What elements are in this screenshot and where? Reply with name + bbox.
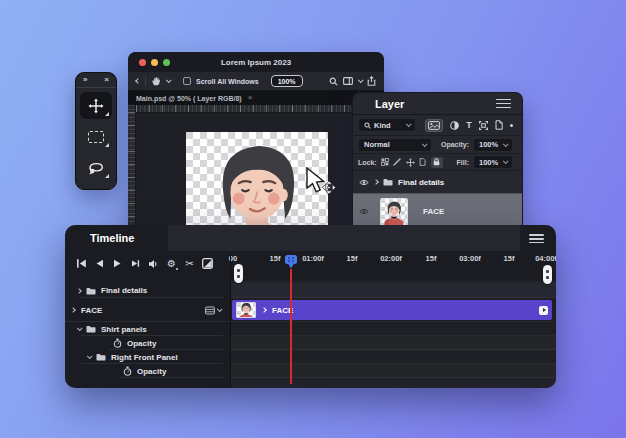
transition-button[interactable] xyxy=(201,257,214,270)
filter-type-layers-icon[interactable]: T xyxy=(466,121,472,130)
panel-menu-icon[interactable] xyxy=(496,99,511,108)
time-label: 02:00f xyxy=(380,254,402,263)
lock-row: Lock: xyxy=(353,154,522,171)
group-expand-icon[interactable] xyxy=(373,179,379,185)
visibility-eye-icon[interactable] xyxy=(359,208,369,215)
clip-end-button[interactable] xyxy=(539,306,548,315)
fill-dropdown[interactable]: 100% xyxy=(473,155,513,169)
panel-menu-icon[interactable] xyxy=(529,234,544,243)
timeline-row-final-details[interactable]: Final details xyxy=(65,283,556,298)
main-window: Lorem Ipsum 2023 Scroll All Windows 100% xyxy=(128,52,384,230)
face-track-clip[interactable]: FACE xyxy=(232,300,552,320)
hand-tool-chevron-icon[interactable] xyxy=(166,77,172,83)
back-chevron-icon[interactable] xyxy=(135,78,141,84)
filter-pixel-layers-icon[interactable] xyxy=(425,119,443,132)
time-label: 15f xyxy=(426,254,437,263)
opacity-label: Opacity: xyxy=(441,141,469,148)
palette-expand-icon[interactable]: » xyxy=(83,76,87,84)
row-label: Final details xyxy=(101,286,147,295)
row-collapse-icon[interactable] xyxy=(87,353,93,359)
playhead-marker[interactable] xyxy=(284,254,298,270)
layer-panel-title: Layer xyxy=(375,98,404,110)
timeline-row-face[interactable]: FACE FACE xyxy=(65,298,556,322)
traffic-lights xyxy=(139,59,170,66)
document-tabstrip: Main.psd @ 50% ( Layer RGB/8) × xyxy=(128,91,384,105)
time-label: 01:00f xyxy=(302,254,324,263)
blend-mode-row: Normal Opacity: 100% xyxy=(353,136,522,154)
scroll-all-windows-checkbox[interactable] xyxy=(183,77,191,85)
play-button[interactable] xyxy=(111,257,124,270)
timeline-panel: Timeline ⚙ ✂ xyxy=(65,225,556,388)
filter-shape-layers-icon[interactable] xyxy=(479,121,488,130)
marquee-tool[interactable] xyxy=(80,123,112,150)
row-expand-icon[interactable] xyxy=(76,288,82,294)
stopwatch-icon[interactable] xyxy=(113,338,122,348)
opacity-dropdown[interactable]: 100% xyxy=(473,138,513,152)
row-label: Right Front Panel xyxy=(111,353,178,362)
transport-controls: ⚙ ✂ xyxy=(75,257,214,270)
hand-tool-icon[interactable] xyxy=(151,76,161,86)
step-back-button[interactable] xyxy=(93,257,106,270)
step-forward-button[interactable] xyxy=(129,257,142,270)
lasso-tool[interactable] xyxy=(80,154,112,181)
clip-expand-icon[interactable] xyxy=(261,307,267,313)
timeline-row-opacity-2[interactable]: Opacity xyxy=(65,364,556,378)
blend-mode-dropdown[interactable]: Normal xyxy=(358,138,432,152)
document-tab[interactable]: Main.psd @ 50% ( Layer RGB/8) xyxy=(136,95,242,102)
opacity-value: 100% xyxy=(479,140,498,149)
panels-layout-icon[interactable] xyxy=(343,77,353,85)
clip-thumbnail xyxy=(236,302,256,318)
lock-artboard-icon[interactable] xyxy=(419,158,426,166)
share-icon[interactable] xyxy=(367,76,376,86)
gear-dot xyxy=(176,268,178,270)
timeline-row-opacity-1[interactable]: Opacity xyxy=(65,336,556,350)
lock-pixels-icon[interactable] xyxy=(393,158,401,166)
lock-transparency-icon[interactable] xyxy=(381,158,389,166)
vertical-ruler xyxy=(128,105,136,230)
search-icon[interactable] xyxy=(329,77,338,86)
panels-chevron-icon[interactable] xyxy=(358,77,364,83)
lock-options xyxy=(381,157,443,168)
row-label: Shirt panels xyxy=(101,325,147,334)
stopwatch-icon[interactable] xyxy=(123,366,132,376)
move-tool[interactable] xyxy=(80,92,112,119)
timeline-row-right-front-panel[interactable]: Right Front Panel xyxy=(65,350,556,364)
column-divider[interactable] xyxy=(230,253,231,388)
palette-close-icon[interactable]: × xyxy=(104,76,109,84)
settings-gear-button[interactable]: ⚙ xyxy=(165,257,178,270)
row-expand-icon[interactable] xyxy=(70,307,76,313)
visibility-eye-icon[interactable] xyxy=(359,179,369,186)
folder-icon xyxy=(86,287,96,295)
window-titlebar: Lorem Ipsum 2023 xyxy=(128,52,384,72)
row-collapse-icon[interactable] xyxy=(77,325,83,331)
lock-label: Lock: xyxy=(358,159,377,166)
track-stripe xyxy=(230,283,556,298)
go-to-start-button[interactable] xyxy=(75,257,88,270)
track-stripe xyxy=(230,364,556,378)
split-scissors-button[interactable]: ✂ xyxy=(183,257,196,270)
layer-row-face[interactable]: FACE xyxy=(353,193,522,229)
audio-button[interactable] xyxy=(147,257,160,270)
work-area-handle-left[interactable] xyxy=(234,264,243,283)
work-area-handle-right[interactable] xyxy=(543,265,552,284)
tab-close-icon[interactable]: × xyxy=(248,94,253,102)
lasso-icon xyxy=(87,160,105,176)
folder-icon xyxy=(86,325,96,333)
zoom-level-input[interactable]: 100% xyxy=(271,75,303,87)
playhead-line xyxy=(290,269,292,384)
clip-options-icon[interactable] xyxy=(205,306,221,315)
filter-adjustment-layers-icon[interactable] xyxy=(450,121,459,130)
lock-all-icon[interactable] xyxy=(431,157,443,168)
time-label: 15f xyxy=(347,254,358,263)
close-button[interactable] xyxy=(139,59,146,66)
timeline-row-shirt-panels[interactable]: Shirt panels xyxy=(65,322,556,336)
filter-toggle-icon[interactable] xyxy=(510,124,513,127)
minimize-button[interactable] xyxy=(151,59,158,66)
maximize-button[interactable] xyxy=(163,59,170,66)
kind-filter-dropdown[interactable]: Kind xyxy=(358,118,416,132)
layer-panel: Layer Kind xyxy=(352,92,523,232)
lock-position-icon[interactable] xyxy=(406,158,415,167)
desktop-background: » × L xyxy=(0,0,626,438)
filter-smart-objects-icon[interactable] xyxy=(495,120,503,130)
layer-row-final-details[interactable]: Final details xyxy=(353,171,522,193)
